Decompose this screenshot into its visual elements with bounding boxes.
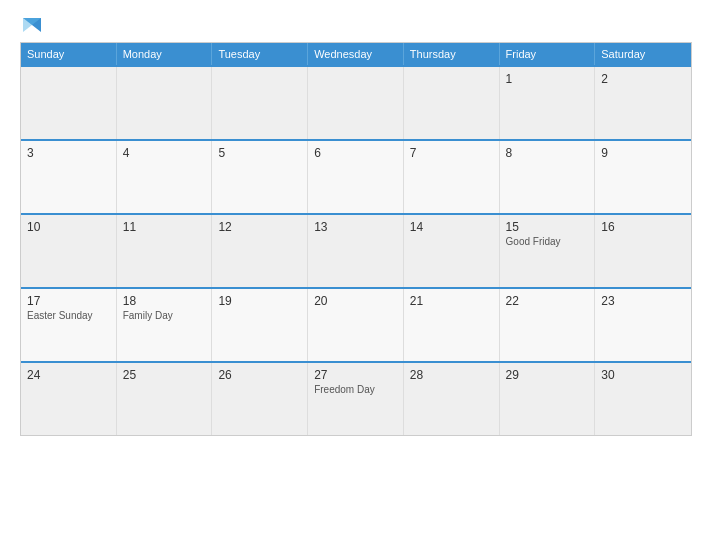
cal-cell-1-4 [308, 67, 404, 139]
cal-cell-5-4: 27Freedom Day [308, 363, 404, 435]
day-number: 7 [410, 146, 493, 160]
day-header-friday: Friday [500, 43, 596, 65]
cal-cell-2-6: 8 [500, 141, 596, 213]
day-number: 5 [218, 146, 301, 160]
day-number: 21 [410, 294, 493, 308]
cal-cell-5-7: 30 [595, 363, 691, 435]
calendar-row-5: 24252627Freedom Day282930 [21, 361, 691, 435]
cal-cell-5-1: 24 [21, 363, 117, 435]
day-number: 29 [506, 368, 589, 382]
day-number: 3 [27, 146, 110, 160]
cal-cell-5-2: 25 [117, 363, 213, 435]
day-number: 2 [601, 72, 685, 86]
cal-cell-4-6: 22 [500, 289, 596, 361]
calendar-row-1: 12 [21, 65, 691, 139]
cal-cell-4-3: 19 [212, 289, 308, 361]
cal-cell-2-7: 9 [595, 141, 691, 213]
day-header-thursday: Thursday [404, 43, 500, 65]
day-number: 4 [123, 146, 206, 160]
day-number: 8 [506, 146, 589, 160]
day-number: 20 [314, 294, 397, 308]
day-number: 15 [506, 220, 589, 234]
cal-cell-1-2 [117, 67, 213, 139]
calendar-header-row: SundayMondayTuesdayWednesdayThursdayFrid… [21, 43, 691, 65]
logo [20, 18, 41, 32]
cal-cell-5-3: 26 [212, 363, 308, 435]
cal-cell-2-5: 7 [404, 141, 500, 213]
day-number: 9 [601, 146, 685, 160]
holiday-label: Good Friday [506, 236, 589, 247]
day-number: 27 [314, 368, 397, 382]
cal-cell-3-2: 11 [117, 215, 213, 287]
calendar-page: SundayMondayTuesdayWednesdayThursdayFrid… [0, 0, 712, 550]
cal-cell-4-5: 21 [404, 289, 500, 361]
cal-cell-2-1: 3 [21, 141, 117, 213]
day-number: 30 [601, 368, 685, 382]
cal-cell-1-6: 1 [500, 67, 596, 139]
day-header-saturday: Saturday [595, 43, 691, 65]
cal-cell-2-2: 4 [117, 141, 213, 213]
header [20, 18, 692, 32]
day-number: 16 [601, 220, 685, 234]
calendar-row-2: 3456789 [21, 139, 691, 213]
cal-cell-4-7: 23 [595, 289, 691, 361]
cal-cell-3-5: 14 [404, 215, 500, 287]
cal-cell-4-1: 17Easter Sunday [21, 289, 117, 361]
holiday-label: Freedom Day [314, 384, 397, 395]
day-number: 10 [27, 220, 110, 234]
day-number: 18 [123, 294, 206, 308]
day-header-monday: Monday [117, 43, 213, 65]
day-number: 22 [506, 294, 589, 308]
cal-cell-1-1 [21, 67, 117, 139]
day-header-tuesday: Tuesday [212, 43, 308, 65]
day-header-sunday: Sunday [21, 43, 117, 65]
day-number: 28 [410, 368, 493, 382]
day-number: 14 [410, 220, 493, 234]
holiday-label: Family Day [123, 310, 206, 321]
day-number: 26 [218, 368, 301, 382]
day-number: 25 [123, 368, 206, 382]
calendar-row-4: 17Easter Sunday18Family Day1920212223 [21, 287, 691, 361]
cal-cell-1-5 [404, 67, 500, 139]
day-number: 19 [218, 294, 301, 308]
logo-blue-text [20, 18, 41, 32]
cal-cell-1-7: 2 [595, 67, 691, 139]
cal-cell-3-4: 13 [308, 215, 404, 287]
day-number: 17 [27, 294, 110, 308]
day-number: 23 [601, 294, 685, 308]
calendar-body: 123456789101112131415Good Friday1617East… [21, 65, 691, 435]
cal-cell-3-1: 10 [21, 215, 117, 287]
calendar-grid: SundayMondayTuesdayWednesdayThursdayFrid… [20, 42, 692, 436]
cal-cell-3-3: 12 [212, 215, 308, 287]
day-number: 24 [27, 368, 110, 382]
day-number: 11 [123, 220, 206, 234]
day-number: 1 [506, 72, 589, 86]
cal-cell-2-3: 5 [212, 141, 308, 213]
calendar-row-3: 101112131415Good Friday16 [21, 213, 691, 287]
cal-cell-5-6: 29 [500, 363, 596, 435]
holiday-label: Easter Sunday [27, 310, 110, 321]
cal-cell-1-3 [212, 67, 308, 139]
cal-cell-4-4: 20 [308, 289, 404, 361]
cal-cell-3-6: 15Good Friday [500, 215, 596, 287]
cal-cell-5-5: 28 [404, 363, 500, 435]
day-number: 6 [314, 146, 397, 160]
cal-cell-4-2: 18Family Day [117, 289, 213, 361]
day-number: 12 [218, 220, 301, 234]
day-number: 13 [314, 220, 397, 234]
cal-cell-3-7: 16 [595, 215, 691, 287]
day-header-wednesday: Wednesday [308, 43, 404, 65]
cal-cell-2-4: 6 [308, 141, 404, 213]
